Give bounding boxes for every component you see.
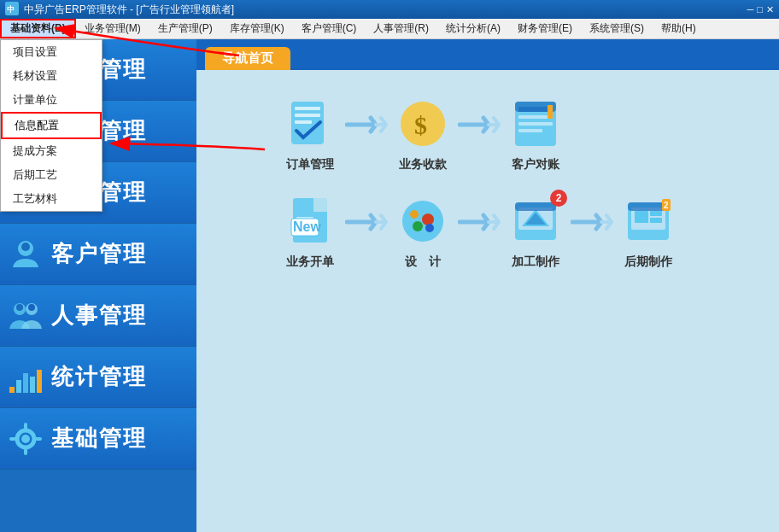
sidebar-stats-label: 统计管理 bbox=[51, 362, 147, 392]
menu-business[interactable]: 业务管理(M) bbox=[76, 19, 149, 38]
open-label: 业务开单 bbox=[286, 254, 334, 270]
finish-label: 后期制作 bbox=[624, 254, 672, 270]
svg-point-58 bbox=[422, 213, 434, 225]
flow-item-payment[interactable]: $ 业务收款 bbox=[395, 96, 451, 172]
design-icon-box bbox=[395, 193, 451, 249]
dropdown-info[interactable]: 信息配置 bbox=[1, 112, 102, 139]
sidebar-customer[interactable]: 客户管理 bbox=[0, 224, 196, 285]
content-area: 导航首页 订单管理 bbox=[196, 39, 779, 532]
arrow-1 bbox=[345, 112, 388, 137]
design-label: 设 计 bbox=[405, 254, 441, 270]
arrow-5 bbox=[571, 209, 613, 235]
svg-text:$: $ bbox=[414, 111, 427, 139]
dropdown-material[interactable]: 耗材设置 bbox=[1, 64, 102, 88]
sidebar-hr-label: 人事管理 bbox=[51, 301, 147, 330]
stats-icon bbox=[0, 347, 51, 408]
dropdown-postprocess[interactable]: 后期工艺 bbox=[1, 163, 102, 187]
flow-item-design[interactable]: 设 计 bbox=[395, 193, 451, 270]
arrow-4 bbox=[458, 209, 501, 235]
account-label: 客户对账 bbox=[512, 157, 559, 172]
menu-finance[interactable]: 财务管理(E) bbox=[509, 19, 581, 38]
minimize-btn[interactable]: ─ bbox=[747, 4, 754, 15]
svg-rect-49 bbox=[548, 105, 553, 119]
svg-rect-68 bbox=[635, 211, 648, 223]
svg-point-60 bbox=[425, 224, 434, 232]
sidebar-base-label: 基础管理 bbox=[51, 424, 147, 453]
open-icon-box: New bbox=[282, 193, 338, 249]
app-icon: 中 bbox=[5, 2, 19, 18]
process-icon-box: 2 bbox=[507, 193, 564, 249]
menu-customer[interactable]: 客户管理(C) bbox=[293, 19, 366, 38]
svg-point-59 bbox=[413, 221, 423, 231]
sidebar-stats[interactable]: 统计管理 bbox=[0, 347, 196, 408]
menu-stats[interactable]: 统计分析(A) bbox=[437, 19, 509, 38]
dropdown-unit[interactable]: 计量单位 bbox=[1, 88, 102, 112]
svg-rect-25 bbox=[9, 387, 15, 394]
dropdown-propose[interactable]: 提成方案 bbox=[1, 139, 102, 163]
base-icon bbox=[0, 408, 51, 470]
svg-text:New: New bbox=[293, 219, 321, 234]
sidebar-base[interactable]: 基础管理 bbox=[0, 408, 196, 470]
svg-rect-26 bbox=[16, 380, 21, 394]
svg-rect-35 bbox=[9, 437, 16, 441]
svg-point-24 bbox=[28, 304, 35, 311]
maximize-btn[interactable]: □ bbox=[757, 4, 763, 15]
menu-base[interactable]: 基础资料(B) bbox=[0, 19, 76, 38]
finish-icon-box: 2 bbox=[620, 193, 676, 249]
sidebar-customer-label: 客户管理 bbox=[51, 239, 147, 269]
arrow-2 bbox=[458, 112, 501, 137]
order-label: 订单管理 bbox=[286, 157, 334, 172]
title-bar: 中 中异广告ERP管理软件 - [广告行业管理领航者] ─ □ ✕ bbox=[0, 0, 779, 19]
hr-icon bbox=[0, 285, 51, 347]
svg-rect-40 bbox=[295, 120, 312, 124]
flow-item-order[interactable]: 订单管理 bbox=[282, 96, 338, 172]
menu-system[interactable]: 系统管理(S) bbox=[581, 19, 653, 38]
menu-inventory[interactable]: 库存管理(K) bbox=[221, 19, 293, 38]
menu-bar: 基础资料(B) 业务管理(M) 生产管理(P) 库存管理(K) 客户管理(C) … bbox=[0, 19, 779, 39]
flow-item-account[interactable]: 客户对账 bbox=[507, 96, 564, 172]
svg-rect-65 bbox=[515, 202, 556, 211]
menu-help[interactable]: 帮助(H) bbox=[653, 19, 705, 38]
svg-rect-46 bbox=[518, 122, 553, 126]
dropdown-project[interactable]: 项目设置 bbox=[1, 40, 102, 64]
svg-point-57 bbox=[410, 210, 419, 219]
svg-rect-52 bbox=[313, 198, 327, 212]
flow-row-2: New 业务开单 bbox=[282, 193, 745, 270]
flow-row-1: 订单管理 $ 业务 bbox=[282, 96, 745, 172]
svg-point-22 bbox=[16, 304, 23, 311]
svg-rect-47 bbox=[518, 129, 542, 132]
menu-hr[interactable]: 人事管理(R) bbox=[365, 19, 437, 38]
process-badge: 2 bbox=[550, 190, 567, 207]
arrow-3 bbox=[345, 209, 388, 235]
svg-rect-29 bbox=[37, 370, 42, 394]
flow-item-finish[interactable]: 2 后期制作 bbox=[620, 193, 676, 270]
svg-text:2: 2 bbox=[664, 201, 669, 210]
menu-production[interactable]: 生产管理(P) bbox=[149, 19, 221, 38]
content-body: 订单管理 $ 业务 bbox=[196, 70, 779, 532]
flow-item-open[interactable]: New 业务开单 bbox=[282, 193, 338, 270]
order-icon-box bbox=[282, 96, 338, 152]
close-btn[interactable]: ✕ bbox=[766, 4, 774, 15]
flow-item-process[interactable]: 2 加工制作 bbox=[507, 193, 564, 270]
process-label: 加工制作 bbox=[512, 254, 559, 270]
customer-icon bbox=[0, 224, 51, 285]
svg-rect-28 bbox=[30, 377, 35, 394]
svg-rect-69 bbox=[650, 211, 662, 216]
dropdown-base: 项目设置 耗材设置 计量单位 信息配置 提成方案 后期工艺 工艺材料 bbox=[0, 39, 102, 212]
svg-rect-70 bbox=[650, 218, 662, 223]
svg-point-32 bbox=[21, 435, 30, 443]
dropdown-craftmat[interactable]: 工艺材料 bbox=[1, 187, 102, 211]
tab-home[interactable]: 导航首页 bbox=[205, 47, 290, 70]
svg-rect-36 bbox=[35, 437, 42, 441]
sidebar-hr[interactable]: 人事管理 bbox=[0, 285, 196, 347]
payment-label: 业务收款 bbox=[399, 157, 447, 172]
svg-rect-27 bbox=[23, 373, 28, 394]
svg-text:中: 中 bbox=[7, 5, 15, 14]
title-text: 中异广告ERP管理软件 - [广告行业管理领航者] bbox=[24, 3, 234, 17]
svg-rect-38 bbox=[295, 107, 320, 110]
main-layout: 生产管理 1 2 3 财务管理 bbox=[0, 39, 779, 532]
svg-rect-33 bbox=[24, 423, 27, 430]
svg-rect-39 bbox=[295, 114, 320, 117]
svg-rect-34 bbox=[24, 448, 27, 455]
tab-bar: 导航首页 bbox=[196, 39, 779, 70]
